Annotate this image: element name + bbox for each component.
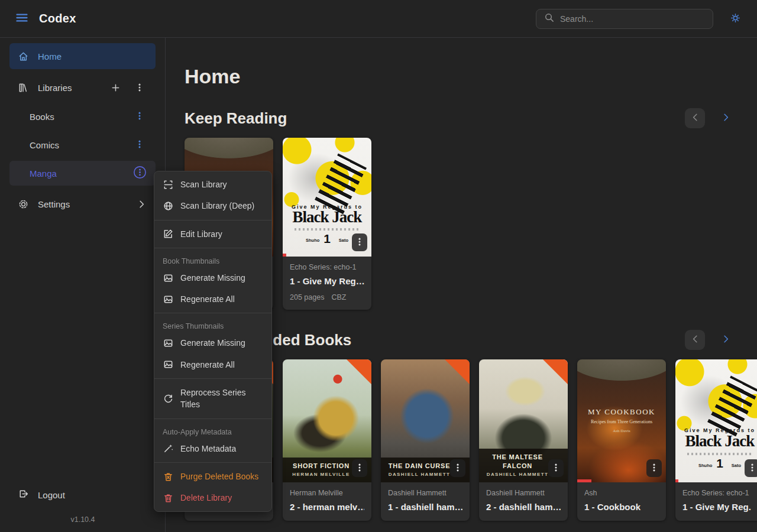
- search-input[interactable]: [560, 14, 706, 24]
- library-label: Manga: [30, 168, 132, 179]
- carousel-prev-button[interactable]: [685, 108, 705, 128]
- library-options-button[interactable]: [132, 166, 147, 181]
- book-options-button[interactable]: [646, 459, 662, 477]
- sidebar-item-settings[interactable]: Settings: [9, 191, 156, 217]
- book-author: Dashiell Hammett: [388, 489, 462, 498]
- carousel-next-button[interactable]: [716, 108, 736, 128]
- library-label: Books: [30, 112, 132, 122]
- reading-progress-bar: [675, 479, 678, 482]
- book-options-button[interactable]: [548, 459, 564, 477]
- menu-item-label: Delete Library: [180, 492, 232, 504]
- book-format: CBZ: [331, 293, 346, 301]
- book-options-button[interactable]: [352, 459, 367, 477]
- kebab-icon: [747, 462, 757, 475]
- menu-item-label: Purge Deleted Books: [180, 471, 258, 482]
- menu-item-label: Reprocess Series Titles: [180, 387, 263, 411]
- book-title: 1 - dashiell ham…: [388, 502, 462, 512]
- book-cover[interactable]: THE MALTESE FALCONDASHIELL HAMMETT: [479, 359, 568, 482]
- hamburger-icon: [15, 11, 29, 27]
- menu-divider: [154, 378, 271, 379]
- search-icon: [544, 12, 555, 25]
- cover-title: MY COOKBOOK: [577, 407, 666, 417]
- libraries-options-button[interactable]: [132, 80, 147, 95]
- reading-progress-bar: [577, 479, 591, 482]
- kebab-icon: [452, 462, 463, 475]
- book-card[interactable]: Give My Regards toBlack Jack1ShuhoSatoEc…: [283, 138, 371, 310]
- image-icon: [163, 294, 174, 305]
- cover-credit: Sato: [732, 463, 741, 468]
- theme-toggle-button[interactable]: [726, 10, 744, 28]
- menu-item-generate-missing[interactable]: Generate Missing: [154, 332, 271, 353]
- book-card[interactable]: THE DAIN CURSEDASHIELL HAMMETTDashiell H…: [381, 359, 470, 521]
- sidebar-item-libraries[interactable]: Libraries: [9, 74, 156, 100]
- book-cover[interactable]: Give My Regards toBlack Jack1ShuhoSato: [283, 138, 371, 257]
- book-options-button[interactable]: [450, 459, 465, 477]
- menu-item-echo-metadata[interactable]: Echo Metadata: [154, 438, 271, 459]
- cover-banner-author: DASHIELL HAMMETT: [387, 472, 452, 477]
- library-label: Comics: [30, 140, 132, 150]
- sidebar-item-home[interactable]: Home: [9, 43, 156, 69]
- chevron-left-icon: [690, 112, 701, 125]
- kebab-icon: [134, 111, 145, 123]
- cover-banner-title: THE DAIN CURSE: [387, 462, 452, 470]
- library-options-button[interactable]: [132, 137, 147, 153]
- book-cover[interactable]: MY COOKBOOKRecipes from Three Generation…: [577, 359, 666, 482]
- book-options-button[interactable]: [745, 459, 757, 477]
- sidebar-home-label: Home: [38, 51, 147, 61]
- logout-label: Logout: [38, 490, 65, 500]
- book-card-info: Dashiell Hammett2 - dashiell ham…: [479, 482, 568, 521]
- book-title: 2 - herman melv…: [290, 502, 364, 512]
- menu-item-regenerate-all[interactable]: Regenerate All: [154, 354, 271, 375]
- cover-credit: Shuho: [698, 463, 712, 468]
- carousel-arrows: [685, 108, 736, 128]
- cover-subtitle-script: [295, 228, 360, 231]
- menu-divider: [154, 220, 271, 220]
- book-title: 1 - Cookbook: [584, 502, 659, 512]
- search-box[interactable]: [536, 9, 713, 29]
- book-card[interactable]: Give My Regards toBlack Jack1ShuhoSatoEc…: [675, 359, 757, 521]
- cover-text: MY COOKBOOKRecipes from Three Generation…: [577, 407, 666, 433]
- sidebar-item-books[interactable]: Books: [9, 104, 156, 129]
- book-title: 1 - Give My Reg…: [290, 276, 364, 287]
- menu-item-regenerate-all[interactable]: Regenerate All: [154, 288, 271, 310]
- gear-icon: [18, 199, 29, 210]
- book-cover[interactable]: SHORT FICTIONHERMAN MELVILLE: [283, 359, 371, 482]
- menu-item-edit-library[interactable]: Edit Library: [154, 223, 271, 245]
- menu-item-label: Scan Library (Deep): [180, 200, 254, 212]
- cover-subtitle: Recipes from Three Generations: [577, 419, 666, 424]
- reading-progress-bar: [283, 254, 286, 257]
- menu-item-label: Echo Metadata: [180, 443, 236, 455]
- menu-toggle-button[interactable]: [13, 10, 31, 28]
- sidebar-item-manga[interactable]: Manga: [9, 161, 156, 186]
- book-card[interactable]: MY COOKBOOKRecipes from Three Generation…: [577, 359, 666, 521]
- add-library-button[interactable]: [108, 80, 123, 95]
- logout-button[interactable]: Logout: [9, 482, 156, 507]
- carousel-prev-button[interactable]: [685, 330, 705, 350]
- menu-item-reprocess-series-titles[interactable]: Reprocess Series Titles: [154, 382, 271, 416]
- wand-icon: [163, 443, 174, 454]
- home-icon: [18, 51, 29, 62]
- book-cover[interactable]: THE DAIN CURSEDASHIELL HAMMETT: [381, 359, 470, 482]
- library-options-button[interactable]: [132, 109, 147, 124]
- menu-item-generate-missing[interactable]: Generate Missing: [154, 267, 271, 288]
- menu-item-scan-library[interactable]: Scan Library: [154, 174, 271, 195]
- sidebar-item-comics[interactable]: Comics: [9, 132, 156, 157]
- kebab-icon: [551, 462, 561, 475]
- kebab-icon: [649, 462, 659, 475]
- book-author: Ash: [584, 489, 659, 498]
- menu-item-scan-library-deep[interactable]: Scan Library (Deep): [154, 195, 271, 216]
- menu-item-purge-deleted-books[interactable]: Purge Deleted Books: [154, 466, 271, 487]
- image-icon: [163, 359, 174, 370]
- book-options-button[interactable]: [352, 233, 367, 251]
- book-card[interactable]: THE MALTESE FALCONDASHIELL HAMMETTDashie…: [479, 359, 568, 521]
- menu-item-delete-library[interactable]: Delete Library: [154, 487, 271, 508]
- app-title: Codex: [39, 12, 76, 25]
- book-card[interactable]: SHORT FICTIONHERMAN MELVILLEHerman Melvi…: [283, 359, 371, 521]
- sun-icon: [730, 12, 741, 25]
- scan-icon: [163, 179, 174, 190]
- book-cover[interactable]: Give My Regards toBlack Jack1ShuhoSato: [675, 359, 757, 482]
- section-title: Keep Reading: [185, 109, 287, 128]
- carousel-next-button[interactable]: [716, 330, 736, 350]
- book-card-info: Dashiell Hammett1 - dashiell ham…: [381, 482, 470, 521]
- kebab-icon: [354, 462, 365, 475]
